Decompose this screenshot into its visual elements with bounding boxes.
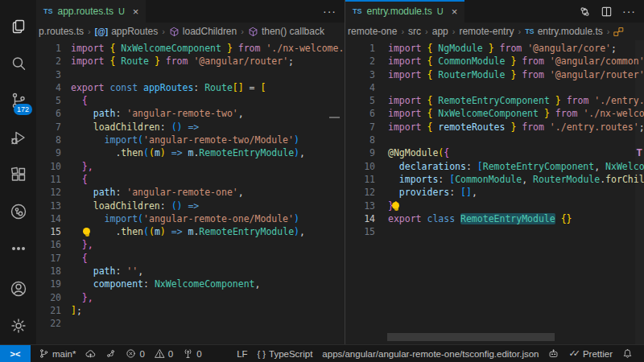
code-editor-left[interactable]: 1import { NxWelcomeComponent } from './n… xyxy=(36,40,345,344)
search-icon[interactable] xyxy=(0,45,36,82)
breadcrumb-item[interactable]: remote-one xyxy=(348,26,397,37)
code-line[interactable]: 13 loadChildren: () => xyxy=(36,200,345,212)
code-line[interactable]: 4 xyxy=(345,81,644,94)
settings-icon[interactable] xyxy=(0,307,36,344)
source-control-icon[interactable]: 172 xyxy=(0,82,36,119)
tab-app-routes[interactable]: TS app.routes.ts U × xyxy=(36,0,146,23)
status-problems[interactable]: 00 xyxy=(121,345,178,362)
code-line[interactable]: 5import { RemoteEntryComponent } from '.… xyxy=(345,94,644,107)
code-text: .then((m) => m.RemoteEntryModule), xyxy=(71,225,305,238)
line-number: 10 xyxy=(36,160,61,173)
code-line[interactable]: 1import { NgModule } from '@angular/core… xyxy=(345,42,644,55)
code-line[interactable]: 11 { xyxy=(36,173,345,186)
warning-icon xyxy=(155,348,165,359)
code-text: import { remoteRoutes } from './entry.ro… xyxy=(388,121,644,134)
code-line[interactable]: 13}) xyxy=(345,200,644,212)
code-line[interactable]: 2import { Route } from '@angular/router'… xyxy=(36,55,345,68)
code-line[interactable]: 7 loadChildren: () => xyxy=(36,121,345,134)
code-line[interactable]: 5 { xyxy=(36,94,345,107)
compare-editor-icon[interactable] xyxy=(579,6,591,18)
code-text: path: '', xyxy=(71,265,143,278)
code-line[interactable]: 7import { remoteRoutes } from './entry.r… xyxy=(345,121,644,134)
code-line[interactable]: 11 imports: [CommonModule, RouterModule.… xyxy=(345,173,644,186)
code-line[interactable]: 1import { NxWelcomeComponent } from './n… xyxy=(36,42,345,55)
breadcrumb-item[interactable] xyxy=(613,27,624,37)
explorer-icon[interactable] xyxy=(0,8,36,45)
breadcrumb-item[interactable]: remote-entry xyxy=(459,26,514,37)
tab-entry-module[interactable]: TS entry.module.ts U × xyxy=(345,0,464,23)
status-git-branch[interactable]: main* xyxy=(34,345,80,362)
vscode-window: 172 TS app.routes.ts U × ··· p.routes.ts… xyxy=(0,0,644,362)
code-line[interactable]: 12 providers: [], xyxy=(345,186,644,199)
status-forwarded-ports[interactable]: 0 xyxy=(178,345,206,362)
code-line[interactable]: 18 path: '', xyxy=(36,265,345,278)
code-line[interactable]: 10 declarations: [RemoteEntryComponent, … xyxy=(345,160,644,173)
code-line[interactable]: 15 xyxy=(345,225,644,238)
code-line[interactable]: 8 import('angular-remote-two/Module') xyxy=(36,134,345,146)
editor-actions-right: ··· xyxy=(579,0,644,23)
code-line[interactable]: 15 .then((m) => m.RemoteEntryModule), xyxy=(36,225,345,238)
lightbulb-icon[interactable] xyxy=(83,228,91,236)
code-line[interactable]: 14 import('angular-remote-one/Module') xyxy=(36,212,345,225)
line-number: 20 xyxy=(36,291,61,304)
close-tab-icon[interactable]: × xyxy=(133,6,139,18)
split-editor-icon[interactable] xyxy=(601,6,613,18)
git-status-badge: U xyxy=(437,6,444,16)
status-publish-changes[interactable] xyxy=(80,345,101,362)
breadcrumb-item[interactable]: TSentry.module.ts xyxy=(525,26,603,37)
code-text: import { RemoteEntryComponent } from './… xyxy=(388,94,644,107)
code-editor-right[interactable]: T 1import { NgModule } from '@angular/co… xyxy=(345,40,644,344)
method-symbol-icon xyxy=(169,27,180,37)
breadcrumb-item[interactable]: then() callback xyxy=(248,26,324,37)
tab-bar-left: TS app.routes.ts U × ··· xyxy=(36,0,345,23)
breadcrumb-item[interactable]: p.routes.ts xyxy=(39,26,84,37)
breadcrumb-item[interactable]: loadChildren xyxy=(169,26,237,37)
code-line[interactable]: 10 }, xyxy=(36,160,345,173)
code-line[interactable]: 9@NgModule({ xyxy=(345,146,644,159)
activity-bar: 172 xyxy=(0,0,36,344)
code-line[interactable]: 12 path: 'angular-remote-one', xyxy=(36,186,345,199)
lightbulb-icon[interactable] xyxy=(392,202,400,210)
debug-icon[interactable] xyxy=(0,119,36,156)
code-line[interactable]: 3 xyxy=(36,68,345,81)
code-line[interactable]: 3import { RouterModule } from '@angular/… xyxy=(345,68,644,81)
breadcrumb-item[interactable]: app xyxy=(432,26,448,37)
code-line[interactable]: 17 { xyxy=(36,252,345,265)
status-tsconfig-path[interactable]: apps/angular/angular-remote-one/tsconfig… xyxy=(317,345,543,362)
extensions-icon[interactable] xyxy=(0,156,36,193)
breadcrumb-label: entry.module.ts xyxy=(538,26,603,37)
code-line[interactable]: 9 .then((m) => m.RemoteEntryModule), xyxy=(36,146,345,159)
code-line[interactable]: 6 path: 'angular-remote-two', xyxy=(36,107,345,120)
horizontal-scrollbar[interactable] xyxy=(387,333,555,341)
more-editor-icon[interactable]: ··· xyxy=(323,8,336,14)
source-control-badge: 172 xyxy=(14,104,32,115)
code-line[interactable]: 20 }, xyxy=(36,291,345,304)
status-language-mode[interactable]: { }TypeScript xyxy=(253,345,318,362)
code-text: import { NgModule } from '@angular/core'… xyxy=(388,42,617,55)
nx-console-icon[interactable] xyxy=(0,193,36,230)
code-line[interactable]: 19 component: NxWelcomeComponent, xyxy=(36,278,345,290)
status-copilot[interactable] xyxy=(543,345,564,362)
close-tab-icon[interactable]: × xyxy=(452,6,458,18)
code-line[interactable]: 16 }, xyxy=(36,238,345,251)
code-text: import('angular-remote-one/Module') xyxy=(71,212,299,225)
breadcrumb-item[interactable]: src xyxy=(408,26,421,37)
code-line[interactable]: 21]; xyxy=(36,304,345,317)
code-line[interactable]: 14export class RemoteEntryModule {} xyxy=(345,212,644,225)
account-icon[interactable] xyxy=(0,270,36,307)
code-line[interactable]: 2import { CommonModule } from '@angular/… xyxy=(345,55,644,68)
code-line[interactable]: 4export const appRoutes: Route[] = [ xyxy=(36,81,345,94)
code-line[interactable]: 8 xyxy=(345,134,644,146)
status-prettier[interactable]: ✓✓Prettier xyxy=(564,345,617,362)
typescript-file-icon: TS xyxy=(43,7,53,15)
status-eol-indicator[interactable]: LF xyxy=(232,345,252,362)
code-line[interactable]: 22 xyxy=(36,317,345,330)
status-source-graph[interactable] xyxy=(101,345,121,362)
more-editor-icon[interactable]: ··· xyxy=(622,8,636,14)
breadcrumb-item[interactable]: [@]appRoutes xyxy=(95,26,158,37)
status-remote-indicator[interactable]: >< xyxy=(0,345,31,362)
breadcrumb-label: appRoutes xyxy=(111,26,158,37)
ellipsis-icon[interactable] xyxy=(0,230,36,267)
code-line[interactable]: 6import { NxWelcomeComponent } from './n… xyxy=(345,107,644,120)
status-notifications[interactable] xyxy=(617,345,638,362)
